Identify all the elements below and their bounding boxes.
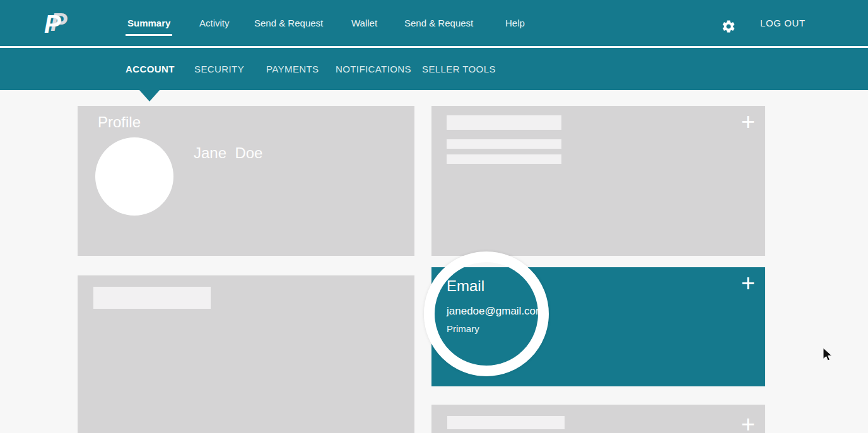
add-button[interactable]: + — [741, 412, 755, 433]
tab-payments[interactable]: PAYMENTS — [266, 48, 319, 90]
profile-name: Jane Doe — [194, 144, 262, 162]
nav-item-send-request[interactable]: Send & Request — [254, 0, 323, 46]
placeholder-bar — [93, 287, 211, 309]
tab-account[interactable]: ACCOUNT — [126, 48, 175, 90]
logout-button[interactable]: LOG OUT — [760, 0, 806, 46]
nav-item-label: Wallet — [351, 18, 377, 28]
email-card-title: Email — [447, 277, 765, 295]
placeholder-bar — [447, 416, 565, 429]
nav-item-label: Activity — [199, 18, 230, 28]
tab-security[interactable]: SECURITY — [194, 48, 244, 90]
nav-item-send-request-2[interactable]: Send & Request — [404, 0, 473, 46]
settings-tab-bar: ACCOUNT SECURITY PAYMENTS NOTIFICATIONS … — [0, 48, 868, 90]
gear-icon[interactable] — [721, 19, 736, 34]
nav-item-activity[interactable]: Activity — [199, 0, 230, 46]
nav-item-label: Help — [505, 18, 525, 28]
email-address: janedoe@gmail.com — [447, 305, 765, 318]
paypal-settings-page: P P Summary Activity Send & Request Wall… — [0, 0, 868, 433]
tab-notifications[interactable]: NOTIFICATIONS — [336, 48, 411, 90]
placeholder-bar — [447, 154, 561, 164]
placeholder-card-top-right: + — [431, 106, 765, 256]
tab-seller-tools[interactable]: SELLER TOOLS — [422, 48, 496, 90]
nav-item-summary[interactable]: Summary — [126, 0, 172, 46]
nav-item-label: Send & Request — [404, 18, 473, 28]
add-button[interactable]: + — [741, 110, 755, 134]
nav-item-label: Send & Request — [254, 18, 323, 28]
active-tab-pointer — [139, 90, 160, 101]
nav-item-label: Summary — [126, 18, 172, 36]
placeholder-card-bottom-right: + — [431, 405, 765, 433]
profile-card-title: Profile — [98, 113, 141, 131]
placeholder-bar — [447, 139, 561, 149]
placeholder-card-bottom-left — [78, 275, 414, 433]
email-status-badge: Primary — [447, 323, 765, 334]
top-navigation-bar: P P Summary Activity Send & Request Wall… — [0, 0, 868, 46]
avatar — [95, 137, 173, 216]
paypal-logo[interactable]: P P — [43, 8, 76, 39]
mouse-cursor-icon — [822, 347, 836, 365]
paypal-logo-front-p: P — [44, 9, 61, 38]
nav-item-wallet[interactable]: Wallet — [351, 0, 377, 46]
placeholder-bar — [447, 115, 561, 130]
nav-item-help[interactable]: Help — [505, 0, 525, 46]
profile-card: Profile Jane Doe — [78, 106, 414, 256]
